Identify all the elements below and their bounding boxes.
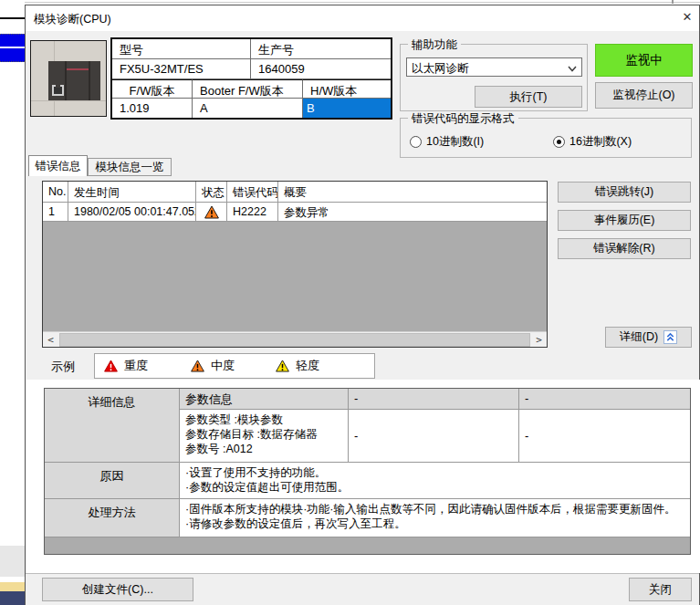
error-jump-button[interactable]: 错误跳转(J) xyxy=(558,182,691,203)
cause-line: ·设置了使用不支持的功能。 xyxy=(185,465,684,480)
severity-moderate-icon xyxy=(204,205,219,219)
fw-header: F/W版本 xyxy=(112,79,193,99)
table-row: FX5U-32MT/ES 1640059 xyxy=(112,59,391,79)
scroll-right-icon[interactable]: > xyxy=(531,332,547,348)
error-code: H2222 xyxy=(227,203,278,222)
legend-moderate-label: 中度 xyxy=(211,358,235,374)
execute-button[interactable]: 执行(T) xyxy=(475,86,582,108)
error-summary: 参数异常 xyxy=(278,203,547,222)
background-divider xyxy=(0,17,25,19)
scroll-left-icon[interactable]: < xyxy=(43,332,58,348)
hw-value-selected[interactable]: B xyxy=(303,99,391,118)
error-table-empty-area xyxy=(43,222,547,331)
param-info-details: 参数类型 :模块参数 参数存储目标 :数据存储器 参数号 :A012 xyxy=(180,410,349,463)
table-row: 型号 生产号 xyxy=(112,39,391,59)
detail-toggle-button[interactable]: 详细(D) xyxy=(605,327,692,348)
cause-label: 原因 xyxy=(45,463,180,499)
legend-label: 示例 xyxy=(51,359,75,375)
model-header: 型号 xyxy=(112,39,251,59)
col-no[interactable]: No. xyxy=(43,182,68,203)
action-label: 处理方法 xyxy=(45,499,180,537)
tab-module-list[interactable]: 模块信息一览 xyxy=(88,158,172,176)
dash-cell: - xyxy=(349,389,519,410)
error-clear-button[interactable]: 错误解除(R) xyxy=(558,238,691,259)
monitor-stop-button[interactable]: 监视停止(O) xyxy=(595,82,693,109)
background-panel xyxy=(0,546,25,577)
cause-content: ·设置了使用不支持的功能。 ·参数的设定值超出可使用范围。 xyxy=(180,463,690,499)
col-status[interactable]: 状态 xyxy=(196,182,227,203)
close-button[interactable]: 关闭 xyxy=(629,578,692,601)
severity-minor-icon xyxy=(276,360,289,372)
param-info-title: 参数信息 xyxy=(180,389,349,410)
event-history-button[interactable]: 事件履历(E) xyxy=(558,210,691,231)
background-statusbar xyxy=(0,591,25,605)
titlebar[interactable]: 模块诊断(CPU) ✕ xyxy=(26,5,699,31)
hex-radio[interactable]: 16进制数(X) xyxy=(553,134,632,150)
param-number-line: 参数号 :A012 xyxy=(185,442,342,456)
dialog-title: 模块诊断(CPU) xyxy=(34,12,111,27)
radio-checked-icon[interactable] xyxy=(553,136,565,148)
decimal-radio[interactable]: 10进制数(I) xyxy=(410,134,484,150)
screen: 模块诊断(CPU) ✕ 型号 生产号 FX5U-32MT/ES 1640059 xyxy=(0,0,700,605)
action-line: ·请修改参数的设定值后，再次写入至工程。 xyxy=(185,516,684,531)
tab-error-info[interactable]: 错误信息 xyxy=(28,155,88,176)
booter-header: Booter F/W版本 xyxy=(193,79,303,99)
serial-value: 1640059 xyxy=(251,59,391,79)
plc-seam xyxy=(65,61,67,100)
error-no: 1 xyxy=(43,203,68,222)
dash-cell: - xyxy=(519,410,690,463)
error-time: 1980/02/05 00:01:47.052 xyxy=(68,203,196,222)
close-icon[interactable]: ✕ xyxy=(680,10,695,26)
create-file-button[interactable]: 创建文件(C)... xyxy=(42,578,193,601)
error-table-row[interactable]: 1 1980/02/05 00:01:47.052 H2222 参数异常 xyxy=(43,203,547,222)
decimal-radio-label: 10进制数(I) xyxy=(426,134,484,150)
legend-minor-label: 轻度 xyxy=(296,358,319,374)
error-list-table: No. 发生时间 状态 错误代码 概要 1 1980/02/05 00:01:4… xyxy=(42,181,548,348)
horizontal-scrollbar[interactable]: < > xyxy=(43,331,547,347)
detail-button-label: 详细(D) xyxy=(620,329,658,345)
detail-table: 详细信息 参数信息 - - 参数类型 :模块参数 参数存储目标 :数据存储器 参… xyxy=(44,388,691,555)
background-yellow-bar xyxy=(0,582,25,591)
status-cell xyxy=(196,203,227,222)
plc-seam xyxy=(89,61,90,100)
module-info-table: 型号 生产号 FX5U-32MT/ES 1640059 F/W版本 Booter… xyxy=(110,37,392,120)
ethernet-port-icon xyxy=(52,85,64,96)
scrollbar-thumb[interactable] xyxy=(59,333,530,347)
legend-item-moderate: 中度 xyxy=(191,358,235,374)
cpu-module-image xyxy=(30,40,107,117)
monitoring-status-button[interactable]: 监视中 xyxy=(595,44,693,77)
background-topline xyxy=(25,2,700,3)
error-code-format-group: 错误代码的显示格式 10进制数(I) 16进制数(X) xyxy=(400,118,692,158)
col-summary[interactable]: 概要 xyxy=(278,182,547,203)
chevron-double-up-icon xyxy=(663,330,677,344)
fw-value: 1.019 xyxy=(112,99,193,118)
legend-severe-label: 重度 xyxy=(124,358,148,374)
hw-header: H/W版本 xyxy=(303,79,391,99)
background-row-divider xyxy=(0,47,25,48)
plc-unit-graphic xyxy=(48,61,100,100)
model-value: FX5U-32MT/ES xyxy=(112,59,251,79)
radio-unchecked-icon[interactable] xyxy=(410,136,422,148)
module-base-line xyxy=(31,100,106,101)
severity-moderate-icon xyxy=(191,360,204,372)
legend-item-minor: 轻度 xyxy=(276,358,319,374)
aux-function-selected-value: 以太网诊断 xyxy=(412,62,469,75)
table-row: 1.019 A B xyxy=(112,99,391,118)
col-code[interactable]: 错误代码 xyxy=(227,182,278,203)
chevron-down-icon xyxy=(568,66,577,72)
severity-legend: 重度 中度 轻度 xyxy=(94,353,375,379)
module-diagnostics-dialog: 模块诊断(CPU) ✕ 型号 生产号 FX5U-32MT/ES 1640059 xyxy=(25,5,700,605)
aux-function-select[interactable]: 以太网诊断 xyxy=(406,57,582,77)
plc-led-line xyxy=(65,68,89,70)
hex-radio-label: 16进制数(X) xyxy=(569,134,632,150)
serial-header: 生产号 xyxy=(251,39,391,59)
cause-line: ·参数的设定值超出可使用范围。 xyxy=(185,480,684,495)
detail-info-label: 详细信息 xyxy=(45,389,180,463)
param-storage-line: 参数存储目标 :数据存储器 xyxy=(185,427,342,442)
dash-cell: - xyxy=(349,410,519,463)
severity-severe-icon xyxy=(104,360,118,372)
table-row: F/W版本 Booter F/W版本 H/W版本 xyxy=(112,79,391,99)
error-table-header: No. 发生时间 状态 错误代码 概要 xyxy=(43,182,547,203)
error-code-format-label: 错误代码的显示格式 xyxy=(408,111,518,127)
col-time[interactable]: 发生时间 xyxy=(68,182,196,203)
